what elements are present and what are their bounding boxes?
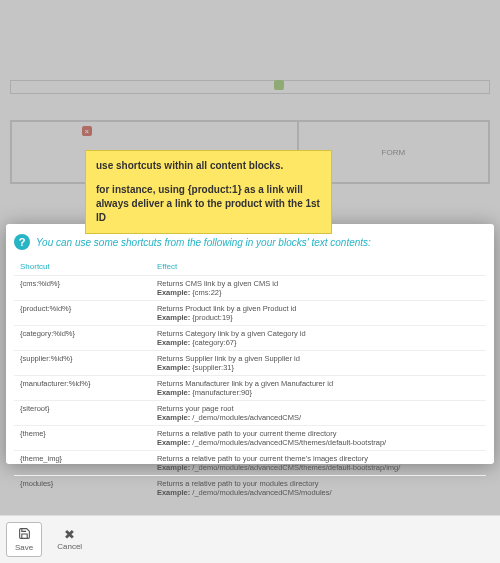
close-icon: ✖ bbox=[64, 528, 75, 541]
panel-header: ? You can use some shortcuts from the fo… bbox=[14, 232, 486, 258]
effect-cell: Returns your page rootExample: /_demo/mo… bbox=[151, 401, 486, 426]
shortcut-cell: {siteroot} bbox=[14, 401, 151, 426]
effect-cell: Returns Category link by a given Categor… bbox=[151, 326, 486, 351]
shortcuts-table: Shortcut Effect {cms:%id%}Returns CMS li… bbox=[14, 258, 486, 500]
effect-cell: Returns a relative path to your current … bbox=[151, 426, 486, 451]
table-row: {siteroot}Returns your page rootExample:… bbox=[14, 401, 486, 426]
shortcuts-panel: ? You can use some shortcuts from the fo… bbox=[6, 224, 494, 464]
table-row: {theme}Returns a relative path to your c… bbox=[14, 426, 486, 451]
table-row: {manufacturer:%id%}Returns Manufacturer … bbox=[14, 376, 486, 401]
table-row: {modules}Returns a relative path to your… bbox=[14, 476, 486, 501]
cancel-button[interactable]: ✖ Cancel bbox=[48, 523, 91, 556]
shortcut-cell: {product:%id%} bbox=[14, 301, 151, 326]
shortcut-cell: {theme_img} bbox=[14, 451, 151, 476]
cancel-button-label: Cancel bbox=[57, 542, 82, 551]
col-effect: Effect bbox=[151, 258, 486, 276]
shortcut-cell: {supplier:%id%} bbox=[14, 351, 151, 376]
table-row: {theme_img}Returns a relative path to yo… bbox=[14, 451, 486, 476]
table-row: {supplier:%id%}Returns Supplier link by … bbox=[14, 351, 486, 376]
effect-cell: Returns a relative path to your modules … bbox=[151, 476, 486, 501]
shortcut-cell: {cms:%id%} bbox=[14, 276, 151, 301]
table-header-row: Shortcut Effect bbox=[14, 258, 486, 276]
col-shortcut: Shortcut bbox=[14, 258, 151, 276]
footer-bar: Save ✖ Cancel bbox=[0, 515, 500, 563]
effect-cell: Returns CMS link by a given CMS idExampl… bbox=[151, 276, 486, 301]
table-row: {category:%id%}Returns Category link by … bbox=[14, 326, 486, 351]
tooltip-line-1: use shortcuts within all content blocks. bbox=[96, 159, 321, 173]
effect-cell: Returns Manufacturer link by a given Man… bbox=[151, 376, 486, 401]
shortcut-cell: {theme} bbox=[14, 426, 151, 451]
effect-cell: Returns Product link by a given Product … bbox=[151, 301, 486, 326]
table-row: {product:%id%}Returns Product link by a … bbox=[14, 301, 486, 326]
save-button[interactable]: Save bbox=[6, 522, 42, 557]
shortcut-cell: {manufacturer:%id%} bbox=[14, 376, 151, 401]
shortcut-cell: {category:%id%} bbox=[14, 326, 151, 351]
shortcut-cell: {modules} bbox=[14, 476, 151, 501]
table-row: {cms:%id%}Returns CMS link by a given CM… bbox=[14, 276, 486, 301]
panel-title: You can use some shortcuts from the foll… bbox=[36, 237, 371, 248]
effect-cell: Returns a relative path to your current … bbox=[151, 451, 486, 476]
save-button-label: Save bbox=[15, 543, 33, 552]
tooltip-line-2: for instance, using {product:1} as a lin… bbox=[96, 183, 321, 225]
info-icon: ? bbox=[14, 234, 30, 250]
save-icon bbox=[18, 527, 31, 542]
hint-tooltip: use shortcuts within all content blocks.… bbox=[85, 150, 332, 234]
effect-cell: Returns Supplier link by a given Supplie… bbox=[151, 351, 486, 376]
